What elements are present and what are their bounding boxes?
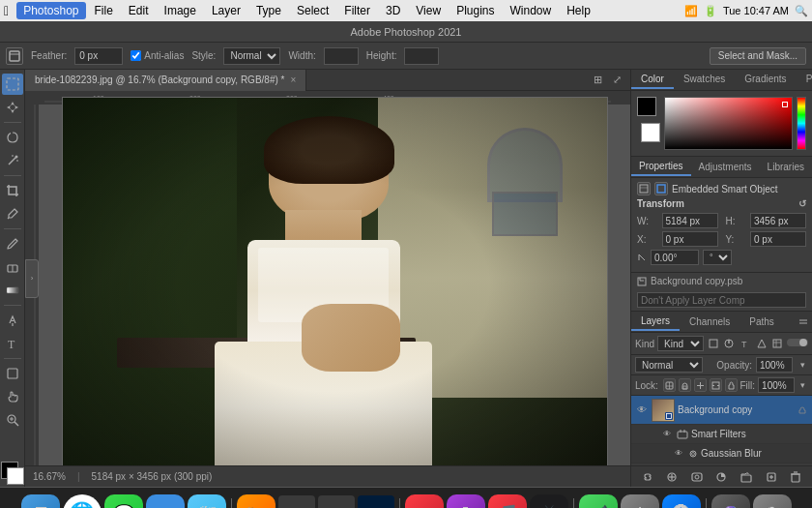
foreground-swatch[interactable] [637, 97, 656, 116]
move-tool[interactable] [2, 97, 23, 118]
arrange-icon[interactable]: ⊞ [590, 73, 605, 88]
fill-input[interactable] [758, 377, 795, 393]
magic-wand-tool[interactable] [2, 150, 23, 171]
height-input[interactable] [404, 47, 439, 65]
dock-finder[interactable]: 🖥 [21, 494, 60, 508]
menu-photoshop[interactable]: Photoshop [16, 2, 85, 19]
filter-toggle[interactable] [787, 337, 808, 350]
hue-slider[interactable] [797, 97, 806, 150]
dock-maps[interactable]: 🗺 [188, 494, 226, 508]
style-select[interactable]: Normal [223, 47, 280, 65]
feather-input[interactable] [74, 47, 123, 65]
delete-layer-btn[interactable] [788, 469, 803, 485]
dock-podcasts[interactable]: 🎙 [447, 494, 485, 508]
tab-properties[interactable]: Properties [631, 158, 691, 176]
dock-siri[interactable]: 🔮 [711, 494, 750, 508]
menu-file[interactable]: File [88, 2, 120, 19]
apple-menu[interactable]:  [4, 3, 9, 18]
menu-help[interactable]: Help [560, 2, 597, 19]
fill-arrow[interactable]: ▾ [798, 377, 808, 393]
angle-mode-select[interactable]: ° [703, 250, 732, 265]
background-swatch[interactable] [641, 123, 660, 142]
add-style-btn[interactable] [664, 469, 680, 485]
filter-pixel-icon[interactable] [707, 336, 720, 351]
shape-tool[interactable] [2, 363, 23, 384]
selection-tool[interactable] [2, 74, 23, 95]
brush-tool[interactable] [2, 233, 23, 254]
dock-mail[interactable]: ✉ [146, 494, 185, 508]
hand-tool[interactable] [2, 386, 23, 407]
zoom-tool[interactable] [2, 409, 23, 431]
blend-mode-select[interactable]: Normal [635, 357, 703, 373]
tab-patterns[interactable]: Patterns [797, 71, 812, 89]
dock-lr-cc[interactable]: Lrc [318, 495, 355, 508]
gaussian-blur-item[interactable]: 👁 Gaussian Blur [631, 444, 812, 463]
dock-lr-classic[interactable]: Lr [278, 495, 315, 508]
filter-smart-icon[interactable] [770, 336, 784, 351]
eraser-tool[interactable] [2, 256, 23, 278]
tab-channels[interactable]: Channels [680, 314, 740, 330]
layers-menu-icon[interactable] [798, 317, 812, 327]
menu-edit[interactable]: Edit [122, 2, 156, 19]
menu-view[interactable]: View [409, 2, 448, 19]
menu-window[interactable]: Window [503, 2, 558, 19]
tab-layers[interactable]: Layers [631, 313, 680, 331]
anti-alias-checkbox[interactable] [130, 50, 141, 61]
h-input[interactable] [750, 213, 806, 228]
menu-3d[interactable]: 3D [379, 2, 407, 19]
dock-itunes[interactable]: ♫ [405, 494, 444, 508]
menu-layer[interactable]: Layer [205, 2, 247, 19]
dock-facetime[interactable]: 📹 [579, 494, 618, 508]
opacity-input[interactable] [756, 357, 793, 373]
panel-collapse-button[interactable]: › [25, 259, 39, 298]
filter-adjustment-icon[interactable] [722, 336, 736, 351]
pen-tool[interactable] [2, 310, 23, 331]
layer-eye-background-copy[interactable]: 👁 [635, 403, 649, 417]
link-layers-btn[interactable] [640, 469, 655, 485]
color-spectrum[interactable] [664, 97, 793, 150]
dock-apple-music[interactable]: 🎵 [488, 494, 527, 508]
text-tool[interactable]: T [2, 333, 23, 354]
menu-plugins[interactable]: Plugins [450, 2, 501, 19]
crop-tool[interactable] [2, 180, 23, 201]
dock-photos[interactable]: 📷 [237, 494, 276, 508]
opacity-arrow[interactable]: ▾ [797, 357, 808, 373]
canvas-workspace[interactable]: 100 200 300 400 [25, 91, 630, 465]
add-mask-btn[interactable] [689, 469, 705, 485]
smart-filters-item[interactable]: 👁 Smart Filters [631, 425, 812, 444]
menu-type[interactable]: Type [249, 2, 288, 19]
menu-select[interactable]: Select [290, 2, 335, 19]
menu-filter[interactable]: Filter [337, 2, 377, 19]
layer-item-background-copy[interactable]: 👁 Background copy [631, 396, 812, 425]
x-input[interactable] [662, 231, 718, 247]
tab-adjustments[interactable]: Adjustments [691, 159, 760, 175]
menu-image[interactable]: Image [158, 2, 203, 19]
angle-input[interactable] [651, 250, 699, 265]
tab-paths[interactable]: Paths [740, 314, 784, 330]
lasso-tool[interactable] [2, 127, 23, 148]
dock-app-store[interactable]: 🅐 [662, 494, 701, 508]
reset-transform-icon[interactable]: ↺ [798, 198, 806, 209]
w-input[interactable] [662, 213, 718, 228]
new-group-btn[interactable] [739, 469, 754, 485]
width-input[interactable] [324, 47, 359, 65]
dock-messages[interactable]: 💬 [104, 494, 143, 508]
gaussian-eye[interactable]: 👁 [672, 447, 685, 461]
wifi-icon[interactable]: 📶 [684, 5, 698, 17]
lock-transparent-icon[interactable] [663, 378, 676, 392]
lock-artboard-icon[interactable] [710, 378, 722, 392]
dock-system-prefs[interactable]: ⚙ [621, 494, 659, 508]
tab-swatches[interactable]: Swatches [674, 71, 735, 89]
filter-type-icon[interactable]: T [739, 336, 752, 351]
dock-photoshop[interactable]: Ps [358, 495, 394, 508]
dock-trash[interactable]: 🗑 [753, 494, 792, 508]
smart-filters-eye[interactable]: 👁 [660, 428, 674, 441]
search-icon[interactable]: 🔍 [795, 5, 808, 17]
layer-comp-input[interactable] [637, 292, 806, 308]
background-color[interactable] [7, 467, 24, 485]
y-input[interactable] [750, 231, 806, 247]
dock-apple-tv[interactable]: 📺 [530, 494, 568, 508]
canvas-tab[interactable]: bride-1082239.jpg @ 16.7% (Background co… [25, 70, 306, 91]
kind-select[interactable]: Kind [657, 336, 704, 351]
new-layer-btn[interactable] [764, 469, 779, 485]
